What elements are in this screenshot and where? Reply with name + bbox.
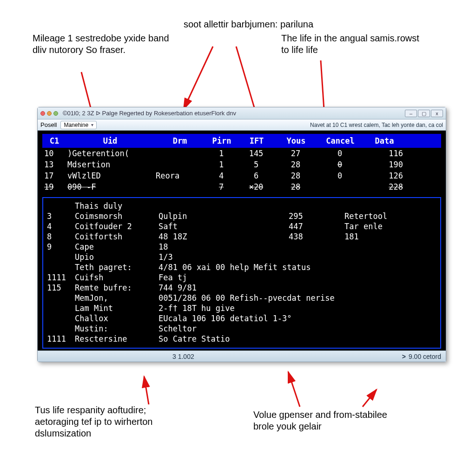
callout-bottom-right: Volue gpenser and from-stabilee brole yo… xyxy=(253,409,393,432)
close-dot-icon[interactable] xyxy=(40,111,45,116)
table-header-row: C1 Uid Drm Pirn IFT Yous Cancel Data xyxy=(42,134,441,148)
panel-row[interactable]: 9Cape18 xyxy=(45,242,438,252)
window-minimize-button[interactable]: – xyxy=(405,110,417,117)
window-maximize-button[interactable]: ▢ xyxy=(418,110,430,117)
table-row[interactable]: 17 vWlzlED Reora 4 6 28 0 126 xyxy=(42,170,441,181)
table-row[interactable]: 19 090 -F 7 ×20 28 228 xyxy=(42,181,441,192)
col-pirn: Pirn xyxy=(205,135,238,146)
status-right-value: 9.00 cetord xyxy=(409,353,441,360)
col-cancel: Cancel xyxy=(317,135,364,146)
panel-row[interactable]: Upio1/3 xyxy=(45,252,438,262)
panel-row[interactable]: 3CoimsmorshQulpin295Retertool xyxy=(45,211,438,221)
callout-bottom-left: Tus life respanity aoftudire; aetoraging… xyxy=(35,404,174,439)
panel-title: Thais duly xyxy=(73,201,157,211)
panel-row[interactable]: 8Coitfortsh48 18Z438181 xyxy=(45,231,438,242)
svg-line-4 xyxy=(144,377,149,404)
col-uid: Uid xyxy=(66,135,154,146)
svg-line-5 xyxy=(288,372,300,407)
status-caret-icon: > xyxy=(402,353,406,360)
toolbar: Posell Manehine ▾ Navet at 10 C1 wrest c… xyxy=(38,119,446,131)
panel-row[interactable]: 1111ResctersineSo Catre Statio xyxy=(45,334,438,344)
panel-row[interactable]: 4Coitfouder 2Saft447Tar enle xyxy=(45,221,438,231)
svg-line-1 xyxy=(184,46,213,109)
callout-top-left: Mileage 1 sestredobe yxide band dliv nut… xyxy=(33,33,172,56)
panel-row[interactable]: 115Remte bufre:744 9/81 xyxy=(45,283,438,293)
chevron-down-icon: ▾ xyxy=(91,122,93,127)
terminal-body[interactable]: C1 Uid Drm Pirn IFT Yous Cancel Data 10 … xyxy=(38,131,446,350)
callout-top-center: soot allettir barbjumen: pariluna xyxy=(184,19,313,30)
panel-row[interactable]: ChalloxEUcala 106 106 detatiol 1-3° xyxy=(45,313,438,324)
svg-line-6 xyxy=(363,390,377,407)
table-row[interactable]: 10 )Geterention( 1 145 27 0 116 xyxy=(42,148,441,159)
detail-panel: Thais duly 3CoimsmorshQulpin295Retertool… xyxy=(42,197,441,349)
status-center: 3 1.002 xyxy=(172,353,194,360)
col-data: Data xyxy=(364,135,405,146)
data-table: 10 )Geterention( 1 145 27 0 116 13 Mdser… xyxy=(42,148,441,192)
terminal-window: ©01l0; 2 3Z ᐅ Palge Regerted by Rokeserb… xyxy=(37,107,446,362)
col-ift: IFT xyxy=(238,135,275,146)
panel-row[interactable]: Lam Mint2-f† 18T hu give xyxy=(45,303,438,313)
panel-row[interactable]: Mustin:Scheltor xyxy=(45,324,438,334)
panel-row[interactable]: Teth pagret:4/81 06 xai 00 help Mefit st… xyxy=(45,262,438,272)
window-close-button[interactable]: x xyxy=(431,110,443,117)
window-title: ©01l0; 2 3Z ᐅ Palge Regerted by Rokeserb… xyxy=(63,110,236,117)
toolbar-label: Posell xyxy=(40,121,57,128)
minimize-dot-icon[interactable] xyxy=(47,111,52,116)
panel-row[interactable]: 1111Cuifsh Fea tj xyxy=(45,272,438,283)
col-yous: Yous xyxy=(275,135,317,146)
status-bar: 3 1.002 > 9.00 cetord xyxy=(38,350,446,362)
toolbar-dropdown[interactable]: Manehine ▾ xyxy=(60,121,97,129)
col-drm: Drm xyxy=(154,135,205,146)
col-c1: C1 xyxy=(43,135,66,146)
table-row[interactable]: 13 Mdsertion 1 5 28 0 190 xyxy=(42,159,441,170)
toolbar-dropdown-value: Manehine xyxy=(64,122,88,128)
callout-top-right: The life in the angual samis.rowst to li… xyxy=(281,33,421,56)
maximize-dot-icon[interactable] xyxy=(53,111,58,116)
window-titlebar[interactable]: ©01l0; 2 3Z ᐅ Palge Regerted by Rokeserb… xyxy=(38,107,446,119)
panel-row[interactable]: MemJon,0051/286 06 00 Refish--pvecdat ne… xyxy=(45,293,438,303)
panel-title-row: Thais duly xyxy=(45,201,438,211)
toolbar-right-text: Navet at 10 C1 wrest calem, Tac leh yont… xyxy=(310,122,443,128)
